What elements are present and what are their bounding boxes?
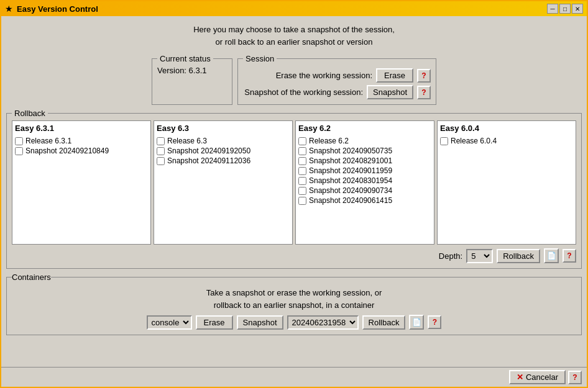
rollback-fieldset: Rollback Easy 6.3.1Release 6.3.1Snapshot…: [6, 109, 582, 269]
checkbox-2-5[interactable]: [298, 187, 306, 195]
version-column-title-2: Easy 6.2: [298, 124, 431, 133]
timestamp-select[interactable]: 202406231958: [287, 315, 359, 330]
containers-description: Take a snapshot or erase the working ses…: [12, 284, 576, 315]
erase-session-button[interactable]: Erase: [376, 68, 413, 83]
checkbox-item-2-2[interactable]: Snapshot 202408291001: [298, 156, 431, 165]
main-window: ★ Easy Version Control ─ □ ✕ Here you ma…: [0, 0, 588, 388]
version-column-title-0: Easy 6.3.1: [15, 124, 148, 133]
checkbox-item-0-0[interactable]: Release 6.3.1: [15, 137, 148, 145]
bottom-bar: ✕ Cancelar ?: [1, 367, 587, 387]
checkbox-label-2-2: Snapshot 202408291001: [309, 156, 392, 165]
checkbox-2-0[interactable]: [298, 137, 306, 145]
checkbox-item-1-0[interactable]: Release 6.3: [157, 137, 290, 145]
cancel-button[interactable]: ✕ Cancelar: [509, 370, 566, 384]
containers-rollback-button[interactable]: Rollback: [362, 315, 406, 330]
containers-snapshot-button[interactable]: Snapshot: [237, 315, 283, 330]
checkbox-label-1-1: Snapshot 202409192050: [167, 147, 250, 155]
version-column-1: Easy 6.3Release 6.3Snapshot 202409192050…: [154, 120, 293, 245]
snapshot-row: Snapshot of the working session: Snapsho…: [243, 85, 431, 99]
rollback-legend: Rollback: [12, 109, 48, 118]
window-title: Easy Version Control: [17, 4, 98, 14]
console-select[interactable]: console: [147, 315, 192, 330]
erase-help-button[interactable]: ?: [417, 69, 431, 83]
cancel-label: Cancelar: [526, 372, 558, 382]
version-column-title-3: Easy 6.0.4: [440, 124, 573, 133]
title-bar: ★ Easy Version Control ─ □ ✕: [1, 1, 587, 16]
description-line1: Here you may choose to take a snapshot o…: [6, 24, 582, 36]
checkbox-1-2[interactable]: [157, 157, 165, 165]
checkbox-label-1-0: Release 6.3: [167, 137, 207, 145]
checkbox-label-2-5: Snapshot 202409090734: [309, 186, 392, 195]
checkbox-label-2-0: Release 6.2: [309, 137, 349, 145]
checkbox-2-1[interactable]: [298, 147, 306, 155]
top-section: Current status Version: 6.3.1 Session Er…: [6, 54, 582, 105]
checkbox-1-1[interactable]: [157, 147, 165, 155]
checkbox-0-1[interactable]: [15, 147, 23, 155]
checkbox-2-3[interactable]: [298, 167, 306, 175]
session-legend: Session: [243, 54, 277, 63]
window-icon: ★: [5, 4, 13, 14]
erase-session-label: Erase the working session:: [276, 71, 372, 80]
checkbox-2-2[interactable]: [298, 157, 306, 165]
version-column-0: Easy 6.3.1Release 6.3.1Snapshot 20240921…: [12, 120, 151, 245]
checkbox-item-2-3[interactable]: Snapshot 202409011959: [298, 166, 431, 175]
containers-line1: Take a snapshot or erase the working ses…: [12, 287, 576, 299]
version-column-title-1: Easy 6.3: [157, 124, 290, 133]
window-body: Here you may choose to take a snapshot o…: [1, 16, 587, 367]
snapshot-session-label: Snapshot of the working session:: [244, 88, 363, 97]
checkbox-2-6[interactable]: [298, 197, 306, 205]
checkbox-item-0-1[interactable]: Snapshot 202409210849: [15, 147, 148, 155]
checkbox-label-1-2: Snapshot 202409112036: [167, 156, 250, 165]
checkbox-item-2-6[interactable]: Snapshot 202409061415: [298, 196, 431, 205]
current-status-legend: Current status: [157, 54, 213, 63]
containers-erase-button[interactable]: Erase: [196, 315, 233, 330]
checkbox-label-0-0: Release 6.3.1: [25, 137, 71, 145]
checkbox-item-2-4[interactable]: Snapshot 202408301954: [298, 176, 431, 185]
containers-fieldset: Containers Take a snapshot or erase the …: [6, 273, 582, 335]
current-status-fieldset: Current status Version: 6.3.1: [152, 54, 232, 105]
close-button[interactable]: ✕: [572, 4, 583, 14]
minimize-button[interactable]: ─: [547, 4, 558, 14]
bottom-help-button[interactable]: ?: [568, 371, 582, 384]
containers-legend: Containers: [12, 273, 51, 282]
cancel-x-icon: ✕: [517, 372, 523, 382]
checkbox-item-3-0[interactable]: Release 6.0.4: [440, 137, 573, 145]
erase-row: Erase the working session: Erase ?: [243, 68, 431, 83]
session-fieldset: Session Erase the working session: Erase…: [237, 54, 436, 105]
containers-help-button[interactable]: ?: [428, 315, 441, 329]
checkbox-item-2-0[interactable]: Release 6.2: [298, 137, 431, 145]
version-column-3: Easy 6.0.4Release 6.0.4: [437, 120, 576, 245]
containers-doc-button[interactable]: 📄: [409, 315, 424, 330]
containers-line2: rollback to an earlier snapshot, in a co…: [12, 299, 576, 312]
depth-label: Depth:: [439, 251, 462, 261]
version-column-2: Easy 6.2Release 6.2Snapshot 202409050735…: [295, 120, 434, 245]
checkbox-label-2-3: Snapshot 202409011959: [309, 166, 392, 175]
checkbox-item-2-1[interactable]: Snapshot 202409050735: [298, 147, 431, 155]
containers-controls: console Erase Snapshot 202406231958 Roll…: [12, 315, 576, 330]
restore-button[interactable]: □: [559, 4, 571, 14]
rollback-help-button[interactable]: ?: [563, 249, 576, 263]
checkbox-item-1-1[interactable]: Snapshot 202409192050: [157, 147, 290, 155]
rollback-columns: Easy 6.3.1Release 6.3.1Snapshot 20240921…: [12, 120, 576, 245]
checkbox-label-2-4: Snapshot 202408301954: [309, 176, 392, 185]
checkbox-3-0[interactable]: [440, 137, 448, 145]
checkbox-0-0[interactable]: [15, 137, 23, 145]
description: Here you may choose to take a snapshot o…: [6, 21, 582, 50]
rollback-button[interactable]: Rollback: [497, 249, 540, 263]
version-label: Version: 6.3.1: [157, 66, 227, 75]
snapshot-help-button[interactable]: ?: [417, 86, 431, 99]
checkbox-label-2-6: Snapshot 202409061415: [309, 196, 392, 205]
checkbox-label-3-0: Release 6.0.4: [451, 137, 497, 145]
rollback-doc-button[interactable]: 📄: [544, 248, 559, 263]
snapshot-session-button[interactable]: Snapshot: [367, 85, 413, 99]
checkbox-item-1-2[interactable]: Snapshot 202409112036: [157, 156, 290, 165]
title-bar-controls: ─ □ ✕: [547, 4, 583, 14]
rollback-bottom: Depth: 5 10 15 20 Rollback 📄 ?: [12, 248, 576, 263]
depth-select[interactable]: 5 10 15 20: [466, 249, 493, 263]
checkbox-label-2-1: Snapshot 202409050735: [309, 147, 392, 155]
description-line2: or roll back to an earlier snapshot or v…: [6, 36, 582, 48]
checkbox-label-0-1: Snapshot 202409210849: [25, 147, 109, 155]
checkbox-2-4[interactable]: [298, 177, 306, 185]
checkbox-1-0[interactable]: [157, 137, 165, 145]
checkbox-item-2-5[interactable]: Snapshot 202409090734: [298, 186, 431, 195]
